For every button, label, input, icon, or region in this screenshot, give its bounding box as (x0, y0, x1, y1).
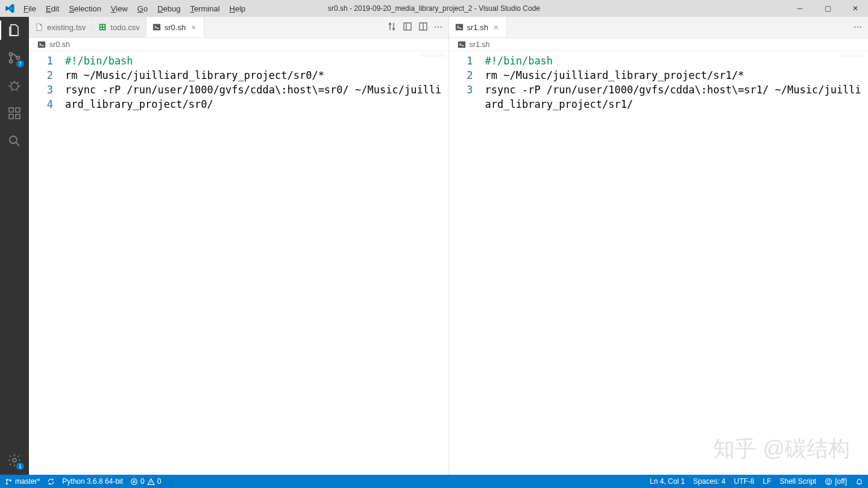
vscode-logo-icon (5, 4, 14, 13)
svg-point-25 (826, 478, 832, 484)
breadcrumb[interactable]: sr0.sh (29, 38, 448, 51)
menu-bar: FileEditSelectionViewGoDebugTerminalHelp (19, 3, 250, 14)
svg-rect-6 (16, 114, 20, 119)
status-bar: master* Python 3.6.8 64-bit 0 0 Ln 4, Co… (0, 475, 868, 488)
svg-point-2 (17, 57, 20, 60)
more-actions-icon[interactable]: ⋯ (854, 22, 862, 32)
errors-count: 0 (140, 477, 145, 486)
warnings-count: 0 (157, 477, 162, 486)
search-icon[interactable] (6, 133, 23, 149)
editor-group-2: sr1.sh×⋯sr1.sh123#!/bin/bashrm ~/Music/j… (449, 17, 869, 475)
menu-help[interactable]: Help (225, 3, 250, 14)
window-title: sr0.sh - 2019-09-20_media_library_projec… (328, 4, 540, 13)
editor-area: existing.tsvtodo.csvsr0.sh×⋯sr0.sh1234#!… (29, 17, 868, 475)
tab-label: existing.tsv (47, 23, 86, 32)
status-problems[interactable]: 0 0 (130, 477, 161, 486)
breadcrumb-label: sr0.sh (49, 40, 70, 49)
svg-point-9 (13, 458, 16, 462)
tab-row: sr1.sh×⋯ (449, 17, 869, 38)
svg-point-0 (10, 53, 13, 56)
tab-close-icon[interactable]: × (189, 23, 198, 32)
status-python[interactable]: Python 3.6.8 64-bit (62, 477, 123, 486)
svg-rect-13 (101, 28, 102, 30)
code-line[interactable]: #!/bin/bash (485, 54, 864, 68)
code-editor[interactable]: 123#!/bin/bashrm ~/Music/juilliard_libra… (449, 51, 869, 475)
spell-label: [off] (835, 477, 847, 486)
tab-label: sr1.sh (467, 23, 488, 32)
extensions-icon[interactable] (6, 105, 23, 122)
source-control-icon[interactable]: 7 (6, 49, 23, 66)
tab-existing-tsv[interactable]: existing.tsv (29, 17, 92, 37)
activity-bar: 7 1 (0, 17, 29, 475)
editor-group-1: existing.tsvtodo.csvsr0.sh×⋯sr0.sh1234#!… (29, 17, 449, 475)
status-sync[interactable] (47, 478, 55, 486)
code-line[interactable]: rm ~/Music/juilliard_library_project/sr1… (485, 68, 864, 83)
menu-selection[interactable]: Selection (64, 3, 105, 14)
minimap[interactable] (422, 54, 446, 57)
status-language[interactable]: Shell Script (780, 477, 817, 486)
svg-point-1 (10, 60, 13, 63)
status-eol[interactable]: LF (763, 477, 771, 486)
title-bar: FileEditSelectionViewGoDebugTerminalHelp… (0, 0, 868, 17)
sh-file-icon (37, 40, 46, 49)
split-editor-icon[interactable] (418, 22, 428, 33)
svg-rect-14 (103, 28, 105, 30)
code-content[interactable]: #!/bin/bashrm ~/Music/juilliard_library_… (63, 51, 448, 475)
scm-badge: 7 (16, 60, 24, 67)
settings-gear-icon[interactable]: 1 (6, 452, 23, 469)
status-notifications[interactable] (855, 478, 863, 486)
menu-edit[interactable]: Edit (42, 3, 63, 14)
status-feedback[interactable]: [off] (825, 477, 847, 486)
tab-todo-csv[interactable]: todo.csv (92, 17, 146, 37)
explorer-icon[interactable] (6, 22, 23, 39)
breadcrumb-label: sr1.sh (470, 40, 490, 49)
menu-terminal[interactable]: Terminal (186, 3, 224, 14)
code-line[interactable]: #!/bin/bash (65, 54, 444, 68)
tab-sr1-sh[interactable]: sr1.sh× (449, 17, 507, 37)
sh-file-icon (153, 23, 161, 31)
breadcrumb[interactable]: sr1.sh (449, 38, 869, 51)
menu-debug[interactable]: Debug (153, 3, 184, 14)
code-line[interactable]: rsync -rP /run/user/1000/gvfs/cdda\:host… (485, 83, 864, 111)
more-actions-icon[interactable]: ⋯ (434, 22, 442, 32)
status-cursor-position[interactable]: Ln 4, Col 1 (650, 477, 685, 486)
svg-rect-7 (16, 108, 20, 112)
code-line[interactable]: rsync -rP /run/user/1000/gvfs/cdda\:host… (65, 83, 444, 111)
settings-badge: 1 (16, 463, 24, 470)
code-line[interactable]: rm ~/Music/juilliard_library_project/sr0… (65, 68, 444, 83)
svg-point-3 (11, 83, 18, 90)
svg-point-22 (6, 483, 7, 484)
debug-icon[interactable] (6, 77, 23, 94)
file-file-icon (35, 23, 43, 31)
svg-rect-5 (9, 114, 13, 119)
svg-rect-10 (99, 24, 106, 31)
status-branch[interactable]: master* (5, 477, 40, 486)
svg-rect-4 (9, 108, 13, 112)
tab-row: existing.tsvtodo.csvsr0.sh×⋯ (29, 17, 448, 38)
open-changes-icon[interactable] (403, 22, 412, 33)
line-number-gutter: 1234 (29, 51, 63, 475)
tab-actions: ⋯ (848, 17, 868, 37)
sh-file-icon (458, 40, 466, 49)
close-window-button[interactable]: ✕ (848, 4, 863, 13)
minimap[interactable] (841, 54, 866, 57)
menu-go[interactable]: Go (133, 3, 152, 14)
tab-close-icon[interactable]: × (492, 23, 500, 32)
sh-file-icon (455, 23, 464, 31)
branch-label: master* (15, 477, 40, 486)
maximize-button[interactable]: ▢ (820, 4, 835, 13)
code-content[interactable]: #!/bin/bashrm ~/Music/juilliard_library_… (483, 51, 869, 475)
minimize-button[interactable]: ─ (792, 4, 808, 13)
svg-rect-11 (101, 25, 102, 27)
tab-label: todo.csv (110, 23, 139, 32)
status-indent[interactable]: Spaces: 4 (693, 477, 725, 486)
code-editor[interactable]: 1234#!/bin/bashrm ~/Music/juilliard_libr… (29, 51, 448, 475)
menu-file[interactable]: File (19, 3, 40, 14)
tab-sr0-sh[interactable]: sr0.sh× (146, 17, 204, 37)
svg-rect-12 (103, 25, 105, 27)
code-line[interactable] (65, 111, 444, 126)
status-encoding[interactable]: UTF-8 (734, 477, 754, 486)
menu-view[interactable]: View (107, 3, 132, 14)
compare-changes-icon[interactable] (387, 22, 397, 33)
line-number-gutter: 123 (449, 51, 483, 475)
